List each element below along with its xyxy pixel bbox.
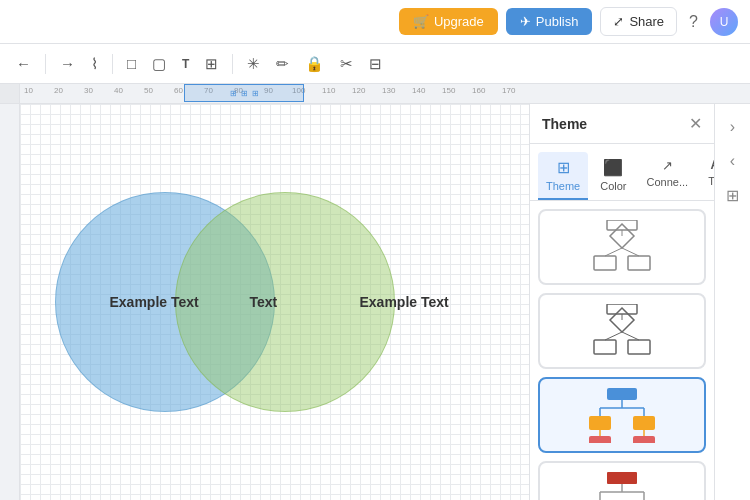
ruler-tick: 20 xyxy=(54,86,63,95)
venn-diagram: Example Text Text Example Text xyxy=(55,192,495,412)
ruler-tick: 140 xyxy=(412,86,425,95)
svg-rect-26 xyxy=(633,436,655,443)
undo-button[interactable]: ← xyxy=(10,51,37,76)
svg-line-4 xyxy=(622,248,639,256)
avatar[interactable]: U xyxy=(710,8,738,36)
ruler-tick: 10 xyxy=(24,86,33,95)
pen-button[interactable]: ✏ xyxy=(270,51,295,77)
svg-rect-22 xyxy=(633,416,655,430)
ruler-tick: 130 xyxy=(382,86,395,95)
theme-item-2[interactable] xyxy=(538,293,706,369)
svg-rect-10 xyxy=(628,340,650,354)
mini-diagram-1 xyxy=(546,217,698,277)
sep-2 xyxy=(112,54,113,74)
svg-rect-2 xyxy=(628,256,650,270)
tab-connector[interactable]: ↗ Conne... xyxy=(639,152,697,200)
venn-text-center: Text xyxy=(250,294,278,310)
share-icon: ⤢ xyxy=(613,14,624,29)
sep-1 xyxy=(45,54,46,74)
embed-button[interactable]: ⊟ xyxy=(363,51,388,77)
vertical-ruler xyxy=(0,104,20,500)
venn-text-right: Example Text xyxy=(360,294,449,310)
tab-color[interactable]: ⬛ Color xyxy=(592,152,634,200)
rect-button[interactable]: □ xyxy=(121,51,142,76)
theme-tab-icon: ⊞ xyxy=(557,158,570,177)
rounded-rect-button[interactable]: ▢ xyxy=(146,51,172,77)
arrow-style-button[interactable]: → xyxy=(54,51,81,76)
sep-3 xyxy=(232,54,233,74)
canvas[interactable]: Example Text Text Example Text xyxy=(20,104,529,500)
cart-icon: 🛒 xyxy=(413,14,429,29)
svg-rect-1 xyxy=(594,256,616,270)
svg-rect-25 xyxy=(589,436,611,443)
expand-icon[interactable]: › xyxy=(726,114,739,140)
svg-rect-9 xyxy=(594,340,616,354)
mini-diagram-formal xyxy=(546,469,698,500)
venn-text-left: Example Text xyxy=(110,294,199,310)
mini-diagram-3 xyxy=(546,385,698,445)
ruler-tick: 120 xyxy=(352,86,365,95)
scissors-button[interactable]: ✂ xyxy=(334,51,359,77)
help-button[interactable]: ? xyxy=(685,9,702,35)
panel-title: Theme xyxy=(542,116,587,132)
side-icons: › ‹ ⊞ xyxy=(714,104,750,500)
horizontal-ruler: 10 20 30 40 50 60 70 80 90 100 110 120 1… xyxy=(0,84,750,104)
connector-tab-label: Conne... xyxy=(647,176,689,188)
panel-tabs: ⊞ Theme ⬛ Color ↗ Conne... Aa Text xyxy=(530,144,714,201)
connector-tab-icon: ↗ xyxy=(662,158,673,173)
ruler-tick: 40 xyxy=(114,86,123,95)
svg-line-11 xyxy=(605,332,622,340)
panel-close-button[interactable]: ✕ xyxy=(689,114,702,133)
text-button[interactable]: T xyxy=(176,53,195,75)
theme-list: Formal xyxy=(530,201,714,500)
topbar: 🛒 Upgrade ✈ Publish ⤢ Share ? U xyxy=(0,0,750,44)
ruler-tick: 60 xyxy=(174,86,183,95)
ruler-tick: 30 xyxy=(84,86,93,95)
publish-icon: ✈ xyxy=(520,14,531,29)
color-tab-label: Color xyxy=(600,180,626,192)
ruler-tick: 160 xyxy=(472,86,485,95)
svg-rect-21 xyxy=(589,416,611,430)
grid-view-icon[interactable]: ⊞ xyxy=(722,182,743,209)
mini-diagram-2 xyxy=(546,301,698,361)
upgrade-button[interactable]: 🛒 Upgrade xyxy=(399,8,498,35)
theme-item-3[interactable] xyxy=(538,377,706,453)
ruler-selection: ⊞ ⊞ ⊞ xyxy=(184,84,304,102)
main-area: Example Text Text Example Text Theme ✕ ⊞… xyxy=(0,104,750,500)
svg-line-3 xyxy=(605,248,622,256)
tab-theme[interactable]: ⊞ Theme xyxy=(538,152,588,200)
ruler-tick: 50 xyxy=(144,86,153,95)
collapse-icon[interactable]: ‹ xyxy=(726,148,739,174)
theme-item-formal[interactable]: Formal xyxy=(538,461,706,500)
ruler-tick: 150 xyxy=(442,86,455,95)
theme-item-1[interactable] xyxy=(538,209,706,285)
connector-style-button[interactable]: ⌇ xyxy=(85,51,104,77)
publish-button[interactable]: ✈ Publish xyxy=(506,8,593,35)
theme-tab-label: Theme xyxy=(546,180,580,192)
toolbar: ← → ⌇ □ ▢ T ⊞ ✳ ✏ 🔒 ✂ ⊟ xyxy=(0,44,750,84)
ruler-corner xyxy=(0,84,20,104)
share-button[interactable]: ⤢ Share xyxy=(600,7,677,36)
lock-button[interactable]: 🔒 xyxy=(299,51,330,77)
right-panel: Theme ✕ ⊞ Theme ⬛ Color ↗ Conne... Aa Te… xyxy=(529,104,714,500)
sparkle-button[interactable]: ✳ xyxy=(241,51,266,77)
svg-line-12 xyxy=(622,332,639,340)
panel-header: Theme ✕ xyxy=(530,104,714,144)
table-button[interactable]: ⊞ xyxy=(199,51,224,77)
ruler-tick: 110 xyxy=(322,86,335,95)
color-tab-icon: ⬛ xyxy=(603,158,623,177)
svg-rect-15 xyxy=(607,388,637,400)
ruler-tick: 170 xyxy=(502,86,515,95)
svg-rect-27 xyxy=(607,472,637,484)
